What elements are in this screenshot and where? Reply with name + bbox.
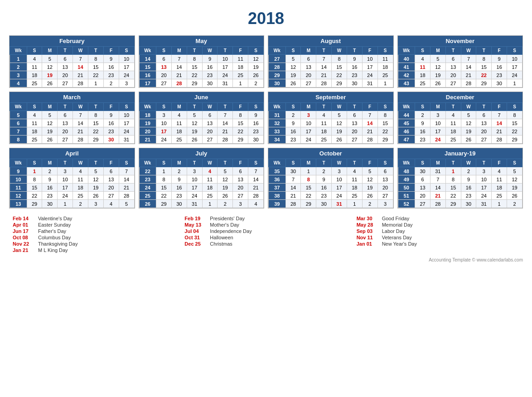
day-cell: 21 — [492, 127, 507, 136]
day-cell: 24 — [476, 192, 492, 200]
day-cell: 5 — [507, 167, 522, 175]
table-row: 312345678 — [269, 111, 393, 119]
week-number: 16 — [139, 71, 156, 79]
day-cell: 7 — [492, 111, 507, 119]
day-cell: 7 — [316, 55, 332, 63]
day-cell: 21 — [218, 127, 233, 136]
day-cell: 15 — [27, 184, 42, 192]
day-cell: 9 — [42, 175, 58, 184]
holiday-date: Nov 22 — [13, 241, 35, 247]
day-cell: 5 — [218, 167, 233, 175]
week-number: 30 — [269, 79, 286, 87]
day-cell: 19 — [42, 127, 58, 136]
day-cell: 19 — [332, 127, 347, 136]
day-cell: 21 — [430, 192, 445, 200]
day-cell: 28 — [73, 136, 88, 144]
col-header-m: M — [42, 103, 58, 111]
col-header-w: W — [202, 47, 218, 55]
month-july: JulyWkSMTWTFS221234567238910111213142415… — [139, 148, 265, 208]
month-november: NovemberWkSMTWTFS40456789104111121314151… — [397, 35, 523, 88]
table-row: 183456789 — [139, 111, 264, 119]
table-row: 52272829303112 — [398, 200, 522, 208]
col-header-s: S — [377, 159, 393, 167]
day-cell: 24 — [362, 71, 377, 79]
day-cell: 10 — [362, 55, 377, 63]
day-cell: 12 — [507, 175, 522, 184]
week-number: 6 — [10, 119, 27, 127]
day-cell: 22 — [445, 192, 461, 200]
month-header: June — [139, 92, 264, 102]
week-number: 12 — [10, 192, 27, 200]
col-header-s: S — [27, 47, 42, 55]
day-cell: 13 — [156, 63, 172, 71]
day-cell: 10 — [119, 55, 134, 63]
day-cell: 20 — [445, 71, 461, 79]
day-cell: 6 — [103, 167, 119, 175]
col-header-t: T — [218, 159, 233, 167]
day-cell: 16 — [202, 63, 218, 71]
month-december: DecemberWkSMTWTFS44234567845910111213141… — [397, 92, 523, 144]
day-cell: 20 — [347, 127, 362, 136]
col-header-s: S — [377, 47, 393, 55]
table-row: 3423242526272829 — [269, 136, 393, 144]
col-header-t: T — [88, 103, 103, 111]
table-row: 17272829303112 — [139, 79, 264, 87]
day-cell: 14 — [430, 184, 445, 192]
day-cell: 14 — [218, 119, 233, 127]
day-cell: 21 — [73, 127, 88, 136]
month-september: SeptemberWkSMTWTFS3123456783291011121314… — [268, 92, 394, 144]
col-header-t: T — [218, 103, 233, 111]
day-cell: 23 — [42, 192, 58, 200]
col-header-w: W — [461, 47, 476, 55]
holiday-item: Mar 30Good Friday — [357, 216, 519, 221]
col-header-w: W — [73, 103, 88, 111]
holiday-section: Feb 14Valentine's DayApr 01Easter Sunday… — [9, 216, 523, 254]
day-cell: 3 — [430, 111, 445, 119]
day-cell: 29 — [301, 200, 316, 208]
day-cell: 1 — [301, 167, 316, 175]
col-header-t: T — [316, 159, 332, 167]
day-cell: 15 — [332, 63, 347, 71]
day-cell: 19 — [42, 71, 58, 79]
table-row: 145678910 — [10, 55, 135, 63]
month-june: JuneWkSMTWTFS183456789191011121314151620… — [139, 92, 265, 144]
day-cell: 6 — [58, 55, 73, 63]
col-header-f: F — [233, 47, 248, 55]
holiday-date: Sep 03 — [357, 228, 379, 234]
day-cell: 4 — [316, 111, 332, 119]
col-header-m: M — [42, 159, 58, 167]
col-header-w: W — [332, 103, 347, 111]
holiday-column-1: Feb 14Valentine's DayApr 01Easter Sunday… — [9, 216, 179, 254]
col-header-f: F — [492, 47, 507, 55]
col-header-t: T — [218, 47, 233, 55]
holiday-name: Mother's Day — [210, 222, 239, 228]
table-row: 496789101112 — [398, 175, 522, 184]
col-header-s: S — [119, 103, 134, 111]
day-cell: 23 — [103, 127, 119, 136]
day-cell: 31 — [332, 200, 347, 208]
table-row: 3928293031123 — [269, 200, 393, 208]
col-header-t: T — [476, 47, 492, 55]
day-cell: 8 — [445, 175, 461, 184]
day-cell: 16 — [492, 63, 507, 71]
col-header-wk: Wk — [10, 103, 27, 111]
day-cell: 3 — [58, 167, 73, 175]
month-header: September — [268, 92, 393, 102]
day-cell: 27 — [156, 79, 172, 87]
day-cell: 8 — [332, 55, 347, 63]
day-cell: 11 — [445, 119, 461, 127]
day-cell: 29 — [156, 200, 172, 208]
col-header-s: S — [507, 47, 522, 55]
table-row: 432526272829301 — [398, 79, 522, 87]
day-cell: 11 — [27, 63, 42, 71]
col-header-s: S — [415, 47, 430, 55]
day-cell: 6 — [445, 55, 461, 63]
day-cell: 12 — [332, 119, 347, 127]
table-row: 5013141516171819 — [398, 184, 522, 192]
day-cell: 12 — [42, 119, 58, 127]
week-number: 43 — [398, 79, 415, 87]
col-header-t: T — [476, 159, 492, 167]
day-cell: 3 — [88, 200, 103, 208]
week-number: 10 — [10, 175, 27, 184]
day-cell: 19 — [507, 184, 522, 192]
